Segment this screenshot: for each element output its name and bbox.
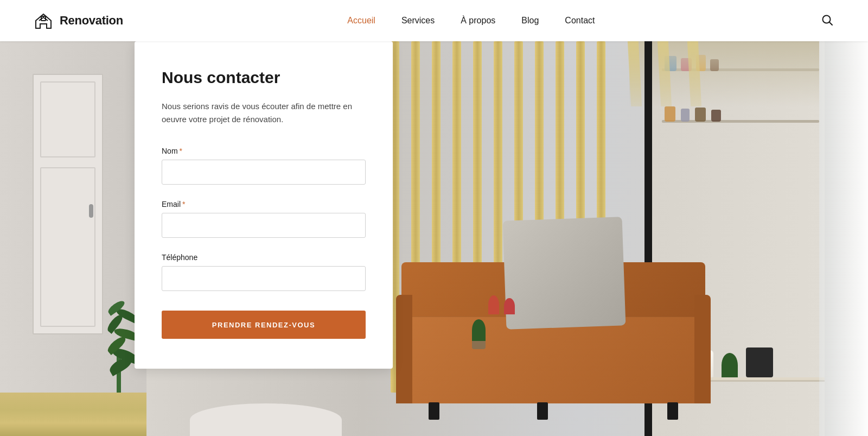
home-logo-icon xyxy=(33,10,54,31)
form-group-email: Email* xyxy=(162,200,366,238)
header: Renovation Accueil Services À propos Blo… xyxy=(0,0,868,41)
scene-overlay xyxy=(0,41,868,436)
nav-apropos[interactable]: À propos xyxy=(461,16,495,26)
form-group-nom: Nom* xyxy=(162,147,366,185)
main-nav: Accueil Services À propos Blog Contact xyxy=(347,16,595,26)
door xyxy=(33,74,103,334)
sofa-arm-left xyxy=(396,295,412,403)
nom-required-star: * xyxy=(180,147,182,155)
hero-section: Nous contacter Nous serions ravis de vou… xyxy=(0,0,868,436)
door-panel-bottom xyxy=(40,167,95,327)
form-description: Nous serions ravis de vous écouter afin … xyxy=(162,100,366,126)
search-button[interactable] xyxy=(819,12,835,30)
nav-accueil[interactable]: Accueil xyxy=(347,16,375,26)
telephone-label: Téléphone xyxy=(162,253,366,262)
sofa-arm-right xyxy=(694,295,711,403)
email-required-star: * xyxy=(182,200,185,208)
nav-blog[interactable]: Blog xyxy=(521,16,539,26)
nom-input[interactable] xyxy=(162,160,366,185)
email-input[interactable] xyxy=(162,213,366,238)
form-group-telephone: Téléphone xyxy=(162,253,366,291)
search-icon xyxy=(821,14,833,26)
contact-form: Nom* Email* Téléphone PRENDRE RENDEZ-VOU… xyxy=(162,147,366,339)
sofa-legs xyxy=(401,402,705,420)
nav-contact[interactable]: Contact xyxy=(565,16,595,26)
header-right xyxy=(819,12,835,30)
ceiling-area xyxy=(629,41,819,106)
form-title: Nous contacter xyxy=(162,68,366,87)
counter-plant xyxy=(472,319,486,349)
telephone-input[interactable] xyxy=(162,266,366,291)
svg-line-3 xyxy=(829,22,832,25)
nom-label: Nom* xyxy=(162,147,366,155)
cushion xyxy=(503,217,626,330)
door-handle xyxy=(89,204,93,218)
logo-text: Renovation xyxy=(60,14,123,28)
nav-services[interactable]: Services xyxy=(401,16,435,26)
logo[interactable]: Renovation xyxy=(33,10,123,31)
email-label: Email* xyxy=(162,200,366,208)
door-panel-top xyxy=(40,81,95,157)
sofa xyxy=(396,230,868,436)
form-pedestal xyxy=(190,403,342,436)
left-wall xyxy=(0,41,152,436)
flowers xyxy=(488,295,515,317)
submit-button[interactable]: PRENDRE RENDEZ-VOUS xyxy=(162,311,366,339)
contact-form-card: Nous contacter Nous serions ravis de vou… xyxy=(135,41,393,369)
